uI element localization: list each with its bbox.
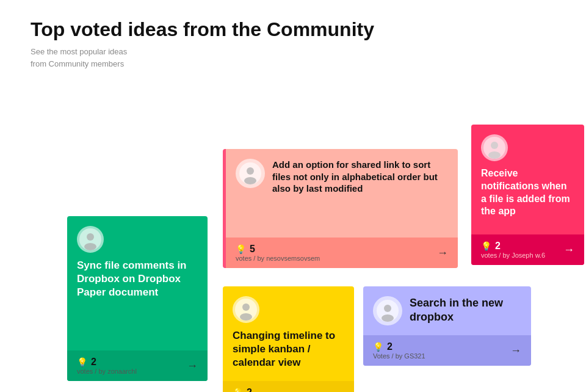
svg-point-14 — [382, 314, 394, 322]
vote-icon: 💡 — [481, 241, 491, 251]
svg-point-7 — [491, 142, 498, 149]
arrow-icon[interactable]: → — [333, 390, 344, 393]
svg-point-2 — [84, 243, 96, 250]
vote-count: 2 — [387, 341, 392, 352]
avatar-sync-file — [77, 226, 104, 253]
vote-by: Votes / by GS321 — [373, 352, 425, 360]
svg-point-11 — [240, 313, 252, 321]
card-sync-file[interactable]: Sync file comments in Dropbox on Dropbox… — [67, 216, 208, 381]
arrow-icon[interactable]: → — [563, 244, 574, 256]
vote-count: 2 — [91, 357, 96, 368]
vote-icon: 💡 — [233, 388, 243, 392]
page-title: Top voted ideas from the Community — [31, 18, 555, 41]
card-kanban[interactable]: Changing timeline to simple kanban / cal… — [223, 286, 354, 392]
svg-point-10 — [242, 303, 250, 311]
vote-icon: 💡 — [373, 342, 383, 352]
arrow-icon[interactable]: → — [187, 360, 198, 372]
card-sync-file-title: Sync file comments in Dropbox on Dropbox… — [77, 259, 198, 299]
vote-count: 2 — [247, 387, 252, 392]
card-shared-link[interactable]: Add an option for shared link to sort fi… — [223, 149, 458, 268]
page-subtitle: See the most popular ideas from Communit… — [31, 46, 128, 70]
card-kanban-title: Changing timeline to simple kanban / cal… — [233, 329, 344, 369]
card-shared-link-title: Add an option for shared link to sort fi… — [272, 159, 448, 195]
card-kanban-footer[interactable]: 💡 2 votes / by zonaarchl → — [223, 381, 354, 392]
avatar-shared-link — [236, 159, 265, 188]
svg-point-4 — [247, 167, 254, 175]
vote-icon: 💡 — [236, 244, 246, 254]
card-search-title: Search in the new dropbox — [410, 296, 521, 325]
avatar-kanban — [233, 296, 259, 323]
card-notifications-footer[interactable]: 💡 2 votes / by Joseph w.6 → — [471, 234, 584, 265]
svg-point-1 — [87, 233, 94, 241]
svg-point-8 — [488, 151, 501, 159]
card-search-footer[interactable]: 💡 2 Votes / by GS321 → — [363, 335, 531, 366]
card-notifications[interactable]: Receive notifications when a file is add… — [471, 125, 584, 265]
ideas-grid: Sync file comments in Dropbox on Dropbox… — [31, 88, 555, 392]
vote-by: votes / by nesovsemsovsem — [236, 255, 320, 262]
avatar-notifications — [481, 134, 508, 161]
card-search[interactable]: Search in the new dropbox 💡 2 Votes / by… — [363, 286, 531, 366]
vote-by: votes / by Joseph w.6 — [481, 252, 545, 259]
avatar-search — [373, 296, 402, 325]
card-notifications-title: Receive notifications when a file is add… — [481, 167, 574, 218]
vote-by: votes / by zonaarchl — [77, 368, 137, 375]
card-sync-file-footer[interactable]: 💡 2 votes / by zonaarchl → — [67, 350, 208, 381]
vote-icon: 💡 — [77, 357, 87, 367]
svg-point-5 — [244, 177, 256, 184]
arrow-icon[interactable]: → — [510, 344, 521, 357]
card-shared-link-footer[interactable]: 💡 5 votes / by nesovsemsovsem → — [226, 238, 458, 268]
arrow-icon[interactable]: → — [437, 247, 448, 260]
vote-count: 5 — [250, 244, 255, 255]
vote-count: 2 — [495, 241, 501, 252]
svg-point-13 — [384, 305, 391, 312]
